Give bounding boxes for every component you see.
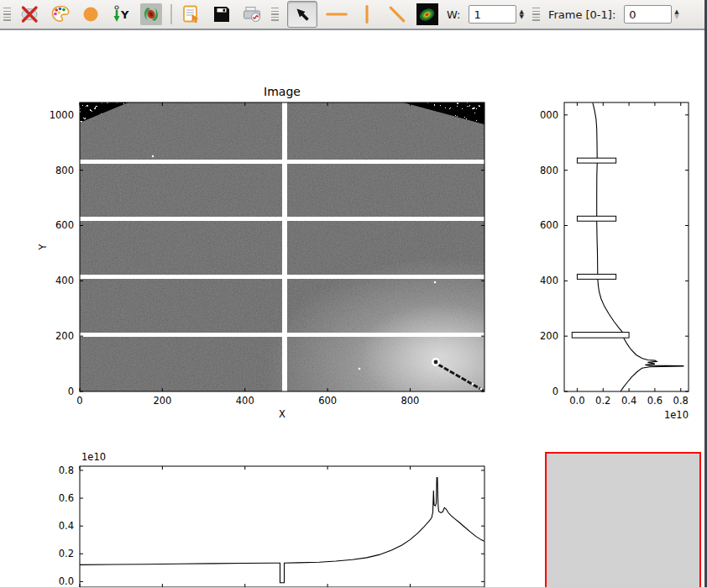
- x-tick-label: 400: [236, 395, 254, 407]
- gap-box: [577, 216, 615, 221]
- toolbar-grip[interactable]: [532, 8, 540, 22]
- flux-vs-x: [80, 478, 484, 583]
- y-tick-label: 800: [540, 165, 558, 176]
- toolbar-separator: [170, 4, 172, 24]
- toolbar: Y: [0, 0, 707, 30]
- width-spinbox: ▲ ▼: [469, 5, 523, 24]
- y-tick-label: 0.2: [59, 548, 74, 559]
- y-tick-label: 600: [55, 219, 74, 231]
- y-tick-label: 0: [553, 386, 558, 397]
- column-profile-plot[interactable]: 0.00.20.40.60.802004006008000001e10: [529, 78, 707, 431]
- x-tick-label: 0.4: [621, 395, 636, 407]
- x-tick-label: 0.8: [673, 395, 689, 407]
- galaxy-icon: [140, 3, 162, 25]
- y-tick-label: 800: [55, 165, 74, 176]
- frame-spinbox: ▲ ▼: [624, 5, 678, 24]
- delete-icon: [19, 3, 41, 25]
- horizontal-cut-button[interactable]: [326, 3, 348, 25]
- app-window: Y: [0, 0, 707, 588]
- gap-box: [572, 333, 629, 339]
- svg-text:Y: Y: [120, 8, 129, 21]
- x-tick-label: 800: [401, 395, 419, 407]
- hot-pixel: [472, 383, 474, 386]
- chip-gap-horizontal: [80, 160, 484, 164]
- image-view-button[interactable]: [416, 3, 438, 25]
- width-label: W:: [447, 8, 460, 21]
- frame-spinner[interactable]: ▲ ▼: [674, 9, 678, 19]
- y-tick-label: 000: [540, 109, 558, 121]
- hot-pixel: [359, 368, 361, 370]
- axis-offset-label: 1e10: [664, 409, 689, 421]
- y-tick-label: 200: [540, 330, 558, 342]
- circle-icon: [80, 3, 102, 25]
- y-tick-label: 0.8: [59, 465, 74, 476]
- axes-frame: [564, 102, 689, 391]
- chip-gap-vertical: [282, 102, 287, 391]
- figure-canvas: 020040060080002004006008001000ImageXY 0.…: [0, 32, 704, 588]
- y-tick-label: 0.0: [59, 575, 74, 587]
- width-spinner[interactable]: ▲ ▼: [519, 9, 523, 19]
- y-tick-label: 600: [540, 219, 558, 231]
- x-tick-label: 600: [318, 395, 337, 407]
- toolbar-grip[interactable]: [3, 8, 11, 22]
- y-tick-label: 0.4: [59, 520, 74, 532]
- x-tick-label: 200: [153, 395, 171, 407]
- copy-clipboard-button[interactable]: [181, 3, 202, 25]
- x-tick-label: 0.2: [595, 395, 610, 407]
- axis-offset-label: 1e10: [81, 451, 106, 463]
- flip-y-icon: Y: [110, 3, 132, 25]
- clipboard-icon: [181, 3, 202, 25]
- x-axis-label: X: [279, 408, 285, 420]
- toolbar-grip[interactable]: [271, 8, 279, 22]
- gap-box: [577, 158, 615, 163]
- streak-head-core: [434, 360, 438, 365]
- chip-gap-horizontal: [80, 275, 484, 279]
- width-input[interactable]: [469, 5, 516, 24]
- image-plot[interactable]: 020040060080002004006008001000ImageXY: [34, 78, 504, 473]
- hot-pixel: [480, 388, 483, 391]
- palette-icon: [50, 3, 71, 25]
- hot-pixel: [152, 155, 154, 157]
- plot-title: Image: [264, 85, 301, 98]
- print-plot-button[interactable]: [241, 3, 263, 25]
- delete-button[interactable]: [19, 3, 41, 25]
- y-tick-label: 400: [55, 275, 74, 286]
- y-tick-label: 400: [540, 275, 558, 286]
- y-tick-label: 0: [68, 386, 74, 397]
- row-profile-plot[interactable]: 02004006008000.00.20.40.60.81e10: [34, 448, 504, 588]
- palette-button[interactable]: [50, 3, 71, 25]
- galaxy-view-button[interactable]: [140, 3, 162, 25]
- diagonal-cut-button[interactable]: [386, 3, 408, 25]
- flux-vs-row: [593, 102, 683, 391]
- image-view-icon: [416, 3, 438, 25]
- chip-gap-horizontal: [80, 217, 484, 221]
- hot-pixel: [434, 281, 437, 284]
- gap-box: [577, 274, 615, 279]
- chip-gap-horizontal: [80, 333, 484, 337]
- horizontal-line-icon: [326, 4, 348, 24]
- save-icon: [211, 3, 233, 25]
- frame-label: Frame [0-1]:: [548, 8, 615, 21]
- diagonal-line-icon: [386, 3, 408, 25]
- x-tick-label: 0.0: [569, 395, 584, 407]
- vertical-line-icon: [356, 3, 378, 25]
- spin-down-icon[interactable]: ▼: [674, 14, 678, 19]
- x-tick-label: 0.6: [647, 395, 662, 407]
- empty-selected-panel[interactable]: [545, 452, 701, 588]
- y-tick-label: 1000: [50, 109, 74, 121]
- marker-circle-button[interactable]: [80, 3, 102, 25]
- y-tick-label: 200: [55, 330, 74, 342]
- pointer-icon: [292, 4, 312, 24]
- pointer-select-button[interactable]: [287, 1, 317, 28]
- y-axis-label: Y: [37, 244, 49, 251]
- flip-y-button[interactable]: Y: [110, 3, 132, 25]
- save-button[interactable]: [211, 3, 233, 25]
- y-tick-label: 0.6: [59, 492, 74, 504]
- x-tick-label: 0: [76, 395, 82, 407]
- frame-input[interactable]: [624, 5, 672, 24]
- vertical-cut-button[interactable]: [356, 3, 378, 25]
- ccd-image[interactable]: [80, 102, 504, 473]
- print-plot-icon: [241, 3, 263, 25]
- spin-down-icon[interactable]: ▼: [519, 14, 523, 19]
